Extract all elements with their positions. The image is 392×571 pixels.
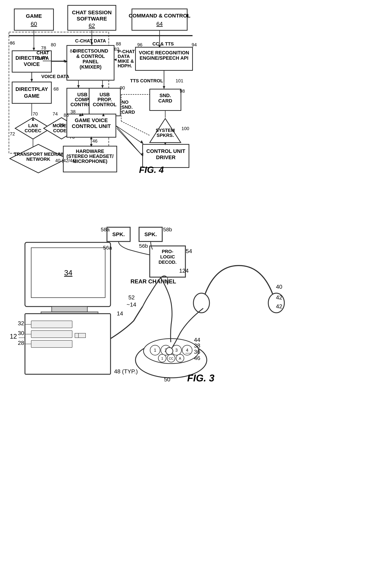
svg-rect-66 (31, 331, 72, 338)
rear-channel-label: REAR CHANNEL (131, 278, 176, 285)
label-80: 80 (51, 42, 56, 47)
command-control-num: 64 (156, 21, 163, 27)
svg-rect-68 (31, 340, 72, 347)
label-40-headset: 40 (276, 284, 282, 290)
label-66: 66 (10, 40, 15, 46)
btn-1-label: 1 (154, 348, 156, 353)
btn-a-label: A (179, 357, 181, 360)
label-101: 101 (175, 78, 183, 83)
snd-card-label1: SND. (160, 93, 171, 98)
p-chat-label1: P-CHAT (118, 49, 135, 54)
label-32: 32 (18, 320, 24, 327)
chat-data-label2: DATA (37, 56, 49, 61)
page: GAME 60 CHAT SESSION SOFTWARE 62 COMMAND… (0, 0, 392, 571)
pro-logic-label1: PRO- (162, 249, 174, 254)
svg-rect-61 (52, 307, 87, 312)
label-40-4244: 40 (42/44) (55, 158, 76, 163)
diagram-svg: GAME 60 CHAT SESSION SOFTWARE 62 COMMAND… (0, 0, 392, 571)
monitor-screen-num: 34 (64, 269, 73, 277)
btn-4-label: 4 (186, 348, 188, 353)
label-52-b: ~14 (127, 301, 136, 308)
btn-cc-label: CC (169, 357, 174, 360)
label-70: 70 (33, 111, 38, 116)
label-68: 68 (54, 86, 59, 92)
chat-session-label2: SOFTWARE (77, 16, 107, 22)
pro-logic-label3: DECOD. (159, 259, 176, 265)
label-52: 52 (128, 294, 135, 301)
game-voice-label1: GAME VOICE (75, 117, 108, 123)
fig4-label: FIG. 4 (139, 165, 164, 175)
label-94: 94 (192, 42, 197, 47)
label-56b: 56b (139, 243, 148, 249)
usb-prop-label3: CONTROL (93, 102, 116, 107)
label-36-ctrl: 36 (194, 349, 200, 355)
label-88: 88 (116, 41, 121, 46)
label-42-headset2: 42 (276, 303, 282, 310)
chat-session-num: 62 (88, 22, 95, 29)
snd-card-label2: CARD (158, 98, 172, 103)
p-chat-label2: DATA (118, 54, 130, 59)
voice-recog-label1: VOICE RECOGNITION (139, 50, 189, 56)
label-46-ctrl: 46 (194, 355, 200, 361)
fig3-label: FIG. 3 (187, 372, 215, 384)
no-snd-card-label2: SND. (122, 104, 133, 110)
spk-right-label: SPK. (145, 231, 157, 237)
hardware-label1: HARDWARE (76, 149, 104, 154)
usb-prop-label2: PROP. (98, 97, 112, 102)
label-100: 100 (181, 126, 189, 131)
voice-data-label: VOICE DATA (41, 74, 69, 79)
directsound-label3: PANEL (83, 59, 99, 64)
chat-session-label1: CHAT SESSION (72, 9, 112, 15)
control-unit-driver-label1: CONTROL UNIT (146, 148, 185, 154)
directplay-game-label2: GAME (24, 93, 40, 99)
c-chat-data-label: C-CHAT DATA (75, 38, 106, 43)
hardware-label3: MICROPHONE) (73, 159, 107, 164)
spk-left-label: SPK. (112, 231, 125, 237)
label-96: 96 (137, 42, 143, 47)
label-56a: 56a (103, 245, 112, 251)
usb-comp-label2: COMP. (75, 97, 90, 102)
transport-label1: TRANSPORT MEDIUM (14, 152, 63, 157)
voice-recog-label2: ENGINE/SPEECH API (140, 56, 189, 61)
label-124: 124 (179, 268, 189, 274)
label-28: 28 (18, 340, 24, 346)
label-74: 74 (53, 111, 58, 116)
directsound-label2: & CONTROL (76, 54, 105, 59)
cc-tts-label: CC & TTS (152, 41, 174, 46)
system-spkrs-label2: SPKRS. (157, 133, 174, 138)
label-42-headset1: 42 (276, 294, 282, 301)
directsound-label4: (KMIXER) (80, 64, 102, 70)
directplay-voice-label2: VOICE (24, 61, 40, 67)
label-98: 98 (180, 88, 185, 94)
svg-rect-71 (78, 333, 86, 338)
no-snd-card-label1: NO (122, 100, 129, 105)
pro-logic-label2: LOGIC (160, 254, 175, 259)
label-44-ctrl: 44 (194, 337, 200, 343)
label-90: 90 (120, 85, 125, 90)
label-84: 84 (70, 48, 75, 54)
label-54: 54 (186, 248, 192, 254)
tts-control-label: TTS CONTROL (130, 78, 163, 83)
svg-point-85 (166, 347, 173, 355)
label-38: 38 (71, 109, 76, 114)
label-36: 36 (59, 122, 64, 128)
svg-rect-64 (31, 321, 72, 328)
label-12: 12 (10, 333, 17, 340)
game-voice-label2: CONTROL UNIT (72, 123, 111, 129)
svg-rect-2 (14, 9, 54, 30)
label-30: 30 (18, 330, 24, 336)
transport-label2: NETWORK (26, 157, 50, 162)
usb-comp-label1: USB (77, 92, 87, 97)
btn-1b-label: 1 (161, 357, 163, 360)
label-14: 14 (117, 310, 123, 317)
label-46-fig4: 46 (92, 138, 98, 144)
label-38-ctrl: 38 (194, 342, 200, 349)
system-spkrs-label1: SYSTEM (156, 128, 175, 133)
label-50: 50 (164, 376, 170, 383)
svg-rect-16 (12, 82, 51, 103)
command-control-label1: COMMAND & CONTROL (129, 13, 190, 18)
usb-prop-label1: USB (100, 92, 110, 97)
lan-codec-label2: CODEC (25, 128, 41, 133)
game-label: GAME (26, 13, 42, 19)
label-78: 78 (41, 45, 46, 51)
